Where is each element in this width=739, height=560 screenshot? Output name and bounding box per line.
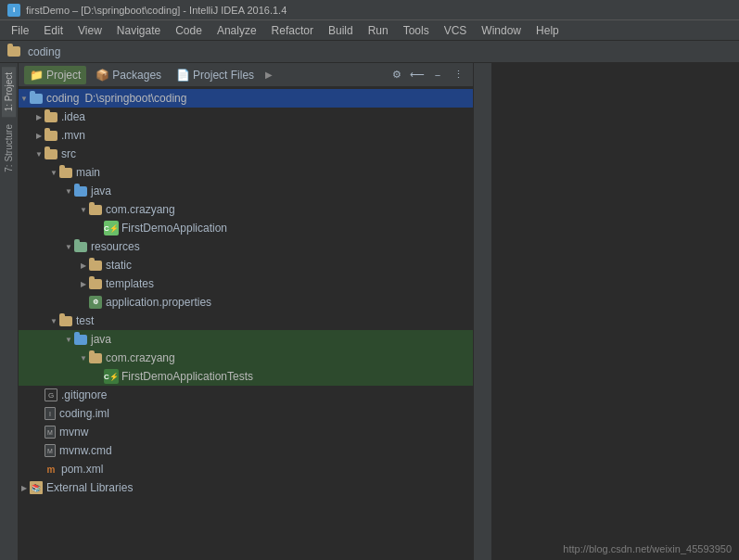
menu-build[interactable]: Build bbox=[321, 22, 361, 39]
tree-node-java[interactable]: java bbox=[19, 182, 473, 200]
tree-node-java2[interactable]: java bbox=[19, 330, 473, 349]
menu-view[interactable]: View bbox=[70, 22, 109, 39]
folder-icon-com-crazyang2 bbox=[89, 353, 102, 363]
menu-run[interactable]: Run bbox=[361, 22, 396, 39]
tree-node-mvnw-cmd[interactable]: M mvnw.cmd bbox=[19, 441, 473, 460]
folder-icon-java2 bbox=[74, 335, 87, 345]
breadcrumb-label: coding bbox=[28, 45, 60, 58]
folder-icon-mvn bbox=[45, 131, 57, 141]
tree-node-com-crazyang[interactable]: com.crazyang bbox=[19, 200, 473, 219]
expand-icon: ▶ bbox=[265, 70, 273, 80]
tree-label-src: src bbox=[61, 147, 76, 160]
tree-label-templates: templates bbox=[106, 277, 154, 290]
tree-label-resources: resources bbox=[91, 240, 140, 253]
menu-navigate[interactable]: Navigate bbox=[109, 22, 168, 39]
menu-help[interactable]: Help bbox=[529, 22, 567, 39]
folder-icon-test bbox=[59, 316, 72, 326]
packages-icon: 📦 bbox=[96, 69, 109, 82]
expand-ext-libs[interactable] bbox=[19, 482, 30, 493]
tab-packages[interactable]: 📦 Packages bbox=[90, 66, 167, 84]
tab-project[interactable]: 📁 Project bbox=[24, 66, 86, 84]
tree-node-coding-iml[interactable]: I coding.iml bbox=[19, 404, 473, 423]
more-icon[interactable]: ⋮ bbox=[449, 66, 467, 84]
folder-icon-toolbar: 📁 bbox=[30, 69, 44, 82]
tree-label-pom: pom.xml bbox=[61, 463, 103, 476]
tree-node-mvnw[interactable]: M mvnw bbox=[19, 423, 473, 441]
tree-label-main: main bbox=[76, 166, 100, 179]
tree-node-pom[interactable]: m pom.xml bbox=[19, 460, 473, 478]
tab-project-files[interactable]: 📄 Project Files bbox=[171, 66, 260, 84]
expand-java2[interactable] bbox=[63, 334, 74, 345]
tree-label-ext-libs: External Libraries bbox=[46, 481, 133, 494]
tree-node-static[interactable]: static bbox=[19, 256, 473, 274]
tree-label-first-demo-tests: FirstDemoApplicationTests bbox=[121, 370, 253, 383]
tree-node-main[interactable]: main bbox=[19, 163, 473, 182]
maven-file-icon: m bbox=[45, 463, 57, 476]
tree-label-static: static bbox=[106, 259, 132, 272]
panel-toolbar: 📁 Project 📦 Packages 📄 Project Files ▶ ⚙… bbox=[19, 63, 473, 87]
tree-node-first-demo-tests[interactable]: C⚡ FirstDemoApplicationTests bbox=[19, 367, 473, 386]
toolbar-right-buttons: ⚙ ⟵ − ⋮ bbox=[388, 66, 467, 84]
expand-com-crazyang2[interactable] bbox=[78, 352, 89, 363]
folder-icon-coding bbox=[30, 94, 43, 104]
java-spring-icon: C⚡ bbox=[104, 221, 119, 235]
tree-node-coding[interactable]: coding D:\springboot\coding bbox=[19, 89, 473, 108]
ext-libs-icon: 📚 bbox=[30, 481, 43, 494]
scroll-from-source-icon[interactable]: ⟵ bbox=[408, 66, 427, 84]
folder-icon-com-crazyang bbox=[89, 205, 102, 215]
tree-node-ext-libs[interactable]: 📚 External Libraries bbox=[19, 478, 473, 497]
expand-coding[interactable] bbox=[19, 93, 30, 104]
collapse-icon[interactable]: − bbox=[428, 66, 447, 84]
tree-node-templates[interactable]: templates bbox=[19, 274, 473, 293]
expand-java[interactable] bbox=[63, 185, 74, 197]
project-tree[interactable]: coding D:\springboot\coding .idea .mvn bbox=[19, 87, 473, 560]
tree-node-mvn[interactable]: .mvn bbox=[19, 126, 473, 145]
project-files-icon: 📄 bbox=[176, 69, 190, 82]
expand-test[interactable] bbox=[48, 315, 59, 326]
tree-label-mvnw-cmd: mvnw.cmd bbox=[59, 444, 112, 457]
iml-file-icon: I bbox=[45, 407, 56, 420]
tree-node-idea[interactable]: .idea bbox=[19, 108, 473, 126]
menu-code[interactable]: Code bbox=[168, 22, 210, 39]
menu-tools[interactable]: Tools bbox=[396, 22, 437, 39]
menu-refactor[interactable]: Refactor bbox=[264, 22, 321, 39]
menu-edit[interactable]: Edit bbox=[36, 22, 70, 39]
expand-main[interactable] bbox=[48, 167, 59, 178]
tree-label-coding: coding bbox=[46, 92, 79, 105]
tree-path-coding: D:\springboot\coding bbox=[84, 92, 186, 105]
breadcrumb-bar: coding bbox=[0, 41, 739, 63]
mvnw-file-icon: M bbox=[45, 426, 56, 439]
tree-node-gitignore[interactable]: G .gitignore bbox=[19, 386, 473, 404]
expand-src[interactable] bbox=[33, 148, 45, 159]
folder-icon-resources bbox=[74, 242, 87, 252]
app-icon: I bbox=[7, 4, 20, 17]
menu-window[interactable]: Window bbox=[474, 22, 529, 39]
tree-node-src[interactable]: src bbox=[19, 145, 473, 163]
tree-node-resources[interactable]: resources bbox=[19, 237, 473, 256]
menu-file[interactable]: File bbox=[4, 22, 36, 39]
expand-mvn[interactable] bbox=[33, 130, 45, 141]
expand-templates[interactable] bbox=[78, 278, 89, 289]
expand-com-crazyang[interactable] bbox=[78, 204, 89, 215]
expand-idea[interactable] bbox=[33, 111, 45, 122]
menu-analyze[interactable]: Analyze bbox=[210, 22, 264, 39]
tree-node-com-crazyang2[interactable]: com.crazyang bbox=[19, 349, 473, 367]
tree-node-test[interactable]: test bbox=[19, 312, 473, 330]
tree-label-mvn: .mvn bbox=[61, 129, 85, 142]
sidebar-item-project[interactable]: 1: Project bbox=[2, 67, 16, 117]
tree-node-app-props[interactable]: ⚙ application.properties bbox=[19, 293, 473, 312]
settings-icon[interactable]: ⚙ bbox=[388, 66, 406, 84]
folder-icon-java bbox=[74, 186, 87, 197]
java-green-icon: C⚡ bbox=[104, 369, 119, 384]
menu-vcs[interactable]: VCS bbox=[437, 22, 475, 39]
project-panel: 📁 Project 📦 Packages 📄 Project Files ▶ ⚙… bbox=[19, 63, 473, 560]
folder-icon-src bbox=[45, 149, 57, 159]
tree-label-app-props: application.properties bbox=[106, 296, 211, 309]
sidebar-item-structure[interactable]: 7: Structure bbox=[2, 119, 16, 178]
tree-label-idea: .idea bbox=[61, 110, 85, 123]
tree-node-first-demo-app[interactable]: C⚡ FirstDemoApplication bbox=[19, 219, 473, 237]
expand-resources[interactable] bbox=[63, 241, 74, 252]
breadcrumb[interactable]: coding bbox=[7, 45, 60, 58]
props-spring-icon: ⚙ bbox=[89, 296, 102, 309]
expand-static[interactable] bbox=[78, 260, 89, 271]
